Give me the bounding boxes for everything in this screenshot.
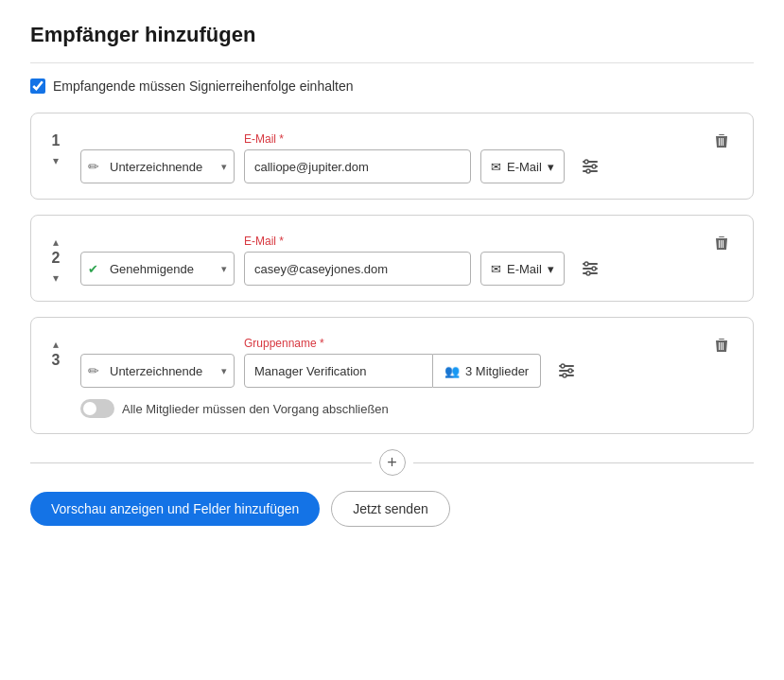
plus-icon: + bbox=[387, 453, 397, 473]
recipients-container: 1 ▾ ✏ Unterzeichnende Genehmigende ▾ bbox=[30, 113, 754, 434]
recipient-content-2: ✔ Unterzeichnende Genehmigende ▾ E-Mail … bbox=[80, 231, 702, 286]
recipient-card-3: ▴ 3 ✏ Unterzeichnende Genehmigende ▾ bbox=[30, 317, 754, 434]
mail-icon-1: ✉ bbox=[491, 160, 501, 174]
delivery-group-1: ✉ E-Mail ▾ bbox=[480, 129, 565, 183]
add-divider: + bbox=[30, 449, 754, 476]
signing-order-checkbox[interactable] bbox=[30, 78, 45, 94]
recipient-content-3: ✏ Unterzeichnende Genehmigende ▾ Gruppen… bbox=[80, 333, 702, 418]
recipient-content-1: ✏ Unterzeichnende Genehmigende ▾ E-Mail … bbox=[80, 129, 702, 183]
delete-icon-1 bbox=[713, 132, 730, 149]
settings-icon-3 bbox=[558, 362, 575, 379]
delete-btn-1[interactable] bbox=[706, 129, 738, 153]
role-select-wrap-1: ✏ Unterzeichnende Genehmigende ▾ bbox=[80, 149, 235, 183]
toggle-3[interactable] bbox=[80, 399, 114, 418]
email-field-group-2: E-Mail * bbox=[244, 235, 471, 286]
recipient-card-1: 1 ▾ ✏ Unterzeichnende Genehmigende ▾ bbox=[30, 113, 754, 200]
send-btn[interactable]: Jetzt senden bbox=[331, 491, 449, 527]
role-select-2[interactable]: Unterzeichnende Genehmigende bbox=[80, 252, 235, 286]
recipient-number-3: 3 bbox=[52, 352, 61, 369]
svg-point-11 bbox=[586, 271, 590, 275]
recipient-number-col-3: ▴ 3 bbox=[31, 333, 80, 373]
group-input-wrap-3: 👥 3 Mitglieder bbox=[244, 354, 541, 388]
group-name-input-3[interactable] bbox=[244, 354, 433, 388]
add-recipient-btn[interactable]: + bbox=[379, 449, 406, 476]
email-field-group-1: E-Mail * bbox=[244, 132, 471, 183]
settings-group-2 bbox=[574, 231, 606, 286]
recipient-number-col-2: ▴ 2 ▾ bbox=[31, 231, 80, 286]
preview-btn[interactable]: Vorschau anzeigen und Felder hinzufügen bbox=[30, 492, 320, 526]
recipient-up-arrow-2[interactable]: ▴ bbox=[49, 235, 62, 250]
delivery-btn-1[interactable]: ✉ E-Mail ▾ bbox=[480, 149, 565, 183]
signing-order-row: Empfangende müssen Signierreihenfolge ei… bbox=[30, 78, 754, 94]
group-label-3: Gruppenname * bbox=[244, 337, 541, 350]
email-label-2: E-Mail * bbox=[244, 235, 471, 248]
delivery-label-2: E-Mail bbox=[507, 262, 542, 276]
members-btn-3[interactable]: 👥 3 Mitglieder bbox=[433, 354, 541, 388]
role-select-wrap-2: ✔ Unterzeichnende Genehmigende ▾ bbox=[80, 252, 235, 286]
settings-group-1 bbox=[574, 129, 606, 183]
recipient-main-row-2: ✔ Unterzeichnende Genehmigende ▾ E-Mail … bbox=[80, 231, 702, 286]
delete-btn-2[interactable] bbox=[706, 231, 738, 255]
divider-line-left bbox=[30, 462, 372, 463]
role-field-2: ✔ Unterzeichnende Genehmigende ▾ bbox=[80, 231, 235, 286]
recipient-number-col-1: 1 ▾ bbox=[31, 129, 80, 168]
role-select-wrap-3: ✏ Unterzeichnende Genehmigende ▾ bbox=[80, 354, 235, 388]
divider-line-right bbox=[413, 462, 755, 463]
svg-point-4 bbox=[592, 165, 596, 168]
delivery-label-1: E-Mail bbox=[507, 160, 542, 174]
group-icon-3: 👥 bbox=[444, 364, 460, 378]
svg-point-16 bbox=[568, 369, 572, 373]
mail-icon-2: ✉ bbox=[491, 262, 501, 276]
delivery-chevron-2: ▾ bbox=[548, 262, 554, 276]
recipient-main-row-3: ✏ Unterzeichnende Genehmigende ▾ Gruppen… bbox=[80, 333, 702, 388]
recipient-card-2: ▴ 2 ▾ ✔ Unterzeichnende Genehmigende ▾ bbox=[30, 215, 754, 302]
role-select-3[interactable]: Unterzeichnende Genehmigende bbox=[80, 354, 235, 388]
toggle-label-3: Alle Mitglieder müssen den Vorgang absch… bbox=[122, 402, 389, 416]
email-label-1: E-Mail * bbox=[244, 132, 471, 146]
role-field-1: ✏ Unterzeichnende Genehmigende ▾ bbox=[80, 129, 235, 183]
svg-point-3 bbox=[584, 160, 588, 164]
delivery-btn-2[interactable]: ✉ E-Mail ▾ bbox=[480, 252, 565, 286]
settings-btn-3[interactable] bbox=[550, 354, 583, 388]
svg-point-17 bbox=[563, 374, 566, 377]
delivery-chevron-1: ▾ bbox=[548, 160, 554, 174]
svg-point-5 bbox=[586, 169, 590, 173]
delete-icon-2 bbox=[713, 235, 730, 252]
delivery-group-2: ✉ E-Mail ▾ bbox=[480, 231, 565, 286]
role-field-3: ✏ Unterzeichnende Genehmigende ▾ bbox=[80, 333, 235, 388]
recipient-number-1: 1 bbox=[52, 132, 61, 149]
svg-point-10 bbox=[592, 267, 596, 270]
recipient-down-arrow-1[interactable]: ▾ bbox=[49, 153, 62, 168]
toggle-slider-3 bbox=[80, 399, 114, 418]
signing-order-label: Empfangende müssen Signierreihenfolge ei… bbox=[53, 78, 354, 94]
settings-btn-2[interactable] bbox=[574, 252, 606, 286]
group-field-group-3: Gruppenname * 👥 3 Mitglieder bbox=[244, 337, 541, 388]
settings-icon-1 bbox=[582, 158, 599, 175]
footer-row: Vorschau anzeigen und Felder hinzufügen … bbox=[30, 491, 754, 527]
recipient-main-row-1: ✏ Unterzeichnende Genehmigende ▾ E-Mail … bbox=[80, 129, 702, 183]
recipient-up-arrow-3[interactable]: ▴ bbox=[49, 337, 62, 352]
role-select-1[interactable]: Unterzeichnende Genehmigende bbox=[80, 149, 235, 183]
settings-group-3 bbox=[550, 333, 583, 388]
recipient-number-2: 2 bbox=[52, 250, 61, 267]
svg-point-15 bbox=[561, 364, 565, 368]
settings-icon-2 bbox=[582, 260, 599, 277]
email-input-1[interactable] bbox=[244, 149, 471, 183]
svg-point-9 bbox=[584, 262, 588, 266]
recipient-down-arrow-2[interactable]: ▾ bbox=[49, 270, 62, 286]
members-count-3: 3 Mitglieder bbox=[465, 364, 529, 378]
email-input-2[interactable] bbox=[244, 252, 471, 286]
settings-btn-1[interactable] bbox=[574, 149, 606, 183]
delete-btn-3[interactable] bbox=[706, 333, 738, 357]
delete-icon-3 bbox=[713, 337, 730, 354]
page-title: Empfänger hinzufügen bbox=[30, 23, 754, 63]
toggle-row-3: Alle Mitglieder müssen den Vorgang absch… bbox=[80, 399, 702, 418]
